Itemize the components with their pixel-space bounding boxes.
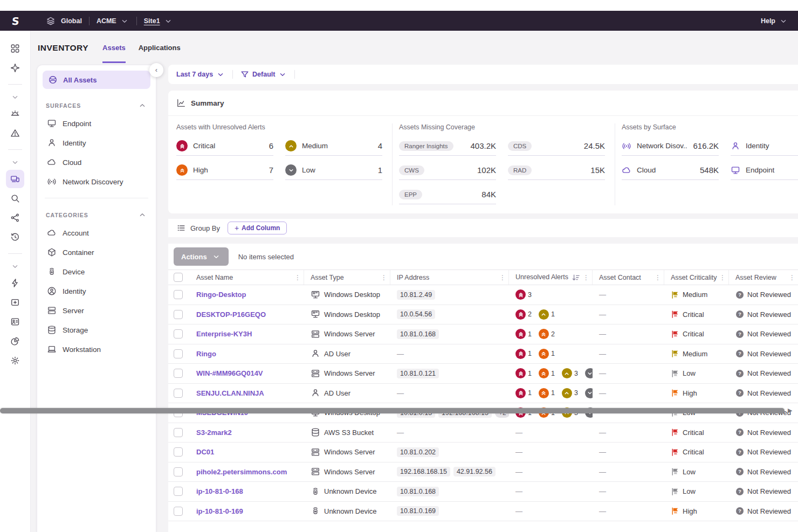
person-icon bbox=[311, 349, 320, 358]
rail-item-ranger[interactable] bbox=[6, 59, 24, 77]
sidebar-item-cloud[interactable]: Cloud bbox=[43, 153, 150, 172]
column-menu-icon[interactable]: ⋮ bbox=[653, 274, 663, 281]
asset-name-link[interactable]: pihole2.petersimmons.com bbox=[196, 468, 287, 476]
rail-item-threats[interactable] bbox=[6, 124, 24, 142]
row-checkbox[interactable] bbox=[174, 290, 183, 299]
row-checkbox[interactable] bbox=[174, 369, 183, 378]
row-checkbox[interactable] bbox=[174, 349, 183, 358]
asset-name-link[interactable]: DC01 bbox=[196, 448, 214, 456]
asset-name-link[interactable]: Ringo-Desktop bbox=[196, 291, 246, 299]
coverage-stat-rad[interactable]: RAD 15K bbox=[508, 163, 605, 180]
alert-stat-low[interactable]: Low 1 bbox=[285, 163, 382, 180]
asset-name-link[interactable]: ip-10-81-0-168 bbox=[196, 487, 243, 495]
surface-stat-endpoint[interactable]: Endpoint bbox=[731, 163, 798, 180]
column-header-asset-name[interactable]: Asset Name ⋮ bbox=[190, 270, 304, 285]
surface-stat-network-disov-[interactable]: Network Disov... 616.2K bbox=[622, 139, 719, 156]
tab-assets[interactable]: Assets bbox=[102, 32, 126, 63]
rail-item-settings[interactable] bbox=[6, 351, 24, 370]
site-selector[interactable]: Site1 bbox=[144, 16, 173, 26]
summary-header[interactable]: Summary bbox=[168, 91, 798, 116]
column-header-asset-criticality[interactable]: Asset Criticality ⋮ bbox=[664, 270, 729, 285]
rail-item-reports[interactable] bbox=[6, 332, 24, 350]
account-selector[interactable]: ACME bbox=[97, 16, 129, 26]
column-menu-icon[interactable]: ⋮ bbox=[379, 274, 389, 281]
coverage-stat-cds[interactable]: CDS 24.5K bbox=[508, 139, 605, 156]
column-header-asset-type[interactable]: Asset Type ⋮ bbox=[304, 270, 390, 285]
sidebar-item-identity[interactable]: Identity bbox=[43, 281, 150, 301]
sort-descending-icon[interactable] bbox=[571, 273, 581, 282]
rail-item-alerts[interactable] bbox=[6, 105, 24, 123]
horizontal-scrollbar[interactable] bbox=[0, 408, 785, 413]
asset-name-link[interactable]: S3-2mark2 bbox=[196, 429, 232, 437]
coverage-stat-cws[interactable]: CWS 102K bbox=[399, 163, 496, 180]
ip-address: 10.81.0.169 bbox=[397, 506, 439, 516]
coverage-stat-ranger-insights[interactable]: Ranger Insights 403.2K bbox=[399, 139, 496, 156]
asset-name-link[interactable]: ip-10-81-0-169 bbox=[196, 507, 243, 515]
asset-name-link[interactable]: WIN-#MM96GQ014V bbox=[196, 369, 263, 377]
asset-name-link[interactable]: DESKTOP-P16GEQO bbox=[196, 310, 266, 319]
column-header-ip-address[interactable]: IP Address ⋮ bbox=[390, 270, 509, 285]
asset-name-link[interactable]: Enterprise-KY3H bbox=[196, 330, 252, 338]
rail-item-search[interactable] bbox=[6, 189, 24, 208]
sidebar-item-device[interactable]: Device bbox=[43, 262, 150, 281]
rail-item-automation[interactable] bbox=[6, 274, 24, 292]
row-checkbox[interactable] bbox=[174, 428, 183, 437]
alert-stat-medium[interactable]: Medium 4 bbox=[285, 139, 382, 156]
column-header-unresolved-alerts[interactable]: Unresolved Alerts ⋮ bbox=[509, 270, 593, 285]
row-checkbox[interactable] bbox=[174, 310, 183, 319]
cloud-icon bbox=[622, 165, 631, 175]
column-menu-icon[interactable]: ⋮ bbox=[787, 274, 797, 281]
rail-item-collapse-group-3[interactable] bbox=[6, 260, 24, 273]
sidebar-section-categories[interactable]: CATEGORIES bbox=[43, 210, 150, 220]
coverage-stat-epp[interactable]: EPP 84K bbox=[399, 187, 496, 204]
column-header-asset-review[interactable]: Asset Review ⋮ bbox=[729, 270, 798, 285]
scroll-right-arrow-icon[interactable]: ▶ bbox=[788, 407, 792, 414]
time-range-filter[interactable]: Last 7 days bbox=[176, 70, 225, 79]
row-checkbox[interactable] bbox=[174, 447, 183, 457]
sidebar-section-surfaces[interactable]: SURFACES bbox=[43, 101, 150, 110]
alert-stat-critical[interactable]: Critical 6 bbox=[176, 139, 273, 156]
help-menu[interactable]: Help bbox=[761, 16, 788, 26]
column-header-asset-contact[interactable]: Asset Contact ⋮ bbox=[593, 270, 664, 285]
group-by-control[interactable]: Group By bbox=[176, 223, 220, 233]
alert-stat-high[interactable]: High 7 bbox=[176, 163, 273, 180]
row-checkbox[interactable] bbox=[174, 389, 183, 398]
select-all-checkbox[interactable] bbox=[174, 273, 183, 282]
row-checkbox[interactable] bbox=[174, 507, 183, 516]
rail-item-history[interactable] bbox=[6, 228, 24, 246]
column-menu-icon[interactable]: ⋮ bbox=[718, 274, 727, 281]
actions-button[interactable]: Actions bbox=[174, 247, 229, 266]
scope-global-label[interactable]: Global bbox=[61, 17, 82, 25]
sidebar-item-workstation[interactable]: Workstation bbox=[43, 340, 150, 359]
surface-stat-cloud[interactable]: Cloud 548K bbox=[622, 163, 719, 180]
surface-stat-identity[interactable]: Identity bbox=[731, 139, 798, 156]
row-checkbox[interactable] bbox=[174, 487, 183, 496]
column-menu-icon[interactable]: ⋮ bbox=[581, 274, 591, 281]
column-menu-icon[interactable]: ⋮ bbox=[498, 274, 507, 281]
asset-name-link[interactable]: SENJU.CLAN.NINJA bbox=[196, 389, 264, 397]
asset-name-link[interactable]: Ringo bbox=[196, 350, 216, 358]
rail-item-collapse-group-2[interactable] bbox=[6, 156, 24, 169]
sidebar-item-identity[interactable]: Identity bbox=[43, 133, 150, 153]
rail-item-identity-card[interactable] bbox=[6, 313, 24, 331]
sidebar-item-network-discovery[interactable]: Network Discovery bbox=[43, 172, 150, 191]
sidebar-item-server[interactable]: Server bbox=[43, 301, 150, 320]
rail-item-dashboard[interactable] bbox=[6, 39, 24, 58]
sidebar-item-storage[interactable]: Storage bbox=[43, 320, 150, 340]
sidebar-item-account[interactable]: Account bbox=[43, 223, 150, 243]
rail-item-attack-graph[interactable] bbox=[6, 209, 24, 227]
rail-item-collapse-group-1[interactable] bbox=[6, 91, 24, 103]
sentinelone-logo[interactable]: S bbox=[0, 11, 31, 31]
column-menu-icon[interactable]: ⋮ bbox=[293, 274, 302, 281]
sidebar-item-endpoint[interactable]: Endpoint bbox=[43, 114, 150, 133]
sidebar-item-all-assets[interactable]: All Assets bbox=[43, 71, 150, 89]
filter-preset-selector[interactable]: Default bbox=[240, 70, 287, 79]
rail-item-add-package[interactable] bbox=[6, 293, 24, 312]
tab-applications[interactable]: Applications bbox=[139, 32, 181, 63]
row-checkbox[interactable] bbox=[174, 329, 183, 338]
add-column-button[interactable]: + Add Column bbox=[228, 222, 287, 234]
rail-item-inventory[interactable] bbox=[6, 170, 24, 188]
sidebar-collapse-button[interactable]: ‹ bbox=[149, 63, 163, 77]
sidebar-item-container[interactable]: Container bbox=[43, 243, 150, 262]
row-checkbox[interactable] bbox=[174, 467, 183, 476]
